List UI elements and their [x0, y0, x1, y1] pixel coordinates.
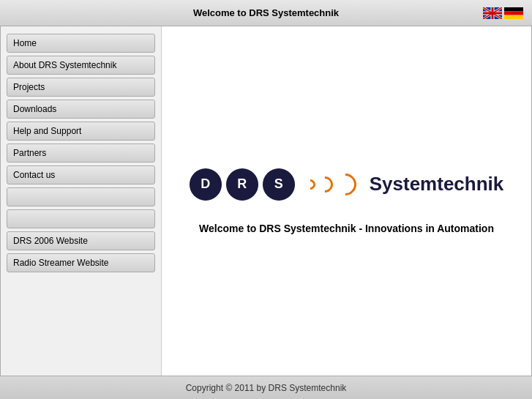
content-area: D R S Systemtechnik Welcome to DRS Syste… [162, 26, 531, 376]
main-content: Home About DRS Systemtechnik Projects Do… [0, 26, 532, 376]
flag-uk-icon[interactable] [483, 7, 502, 19]
letter-d: D [190, 168, 222, 201]
sidebar-item-home[interactable]: Home [7, 34, 155, 53]
sidebar-item-help[interactable]: Help and Support [7, 122, 155, 141]
svg-rect-9 [504, 7, 523, 11]
sidebar-item-drs2006[interactable]: DRS 2006 Website [7, 231, 155, 250]
footer-bar: Copyright © 2011 by DRS Systemtechnik [0, 376, 532, 399]
sidebar: Home About DRS Systemtechnik Projects Do… [1, 26, 162, 376]
sidebar-item-about[interactable]: About DRS Systemtechnik [7, 56, 155, 75]
header-title: Welcome to DRS Systemtechnik [193, 7, 339, 18]
logo-container: D R S Systemtechnik [190, 168, 504, 201]
letter-s: S [263, 168, 295, 201]
flag-de-icon[interactable] [504, 7, 523, 19]
sidebar-item-radiostreamer[interactable]: Radio Streamer Website [7, 253, 155, 272]
sidebar-item-partners[interactable]: Partners [7, 143, 155, 163]
drs-circles: D R S [190, 168, 295, 201]
letter-r: R [226, 168, 258, 201]
sidebar-item-downloads[interactable]: Downloads [7, 100, 155, 119]
wave-arc-2 [313, 173, 336, 195]
wave-arc-3 [330, 168, 361, 199]
app-wrapper: Welcome to DRS Systemtechnik [0, 0, 532, 399]
welcome-text: Welcome to DRS Systemtechnik - Innovatio… [199, 223, 494, 234]
header-bar: Welcome to DRS Systemtechnik [0, 0, 532, 26]
svg-rect-11 [504, 15, 523, 18]
sidebar-item-contact[interactable]: Contact us [7, 165, 155, 184]
wave-arc-1 [303, 177, 318, 192]
language-flags [483, 7, 523, 19]
sidebar-empty-2 [7, 209, 155, 228]
svg-rect-10 [504, 11, 523, 15]
sound-waves [305, 174, 356, 195]
footer-copyright: Copyright © 2011 by DRS Systemtechnik [186, 383, 347, 393]
sidebar-empty-1 [7, 187, 155, 206]
sidebar-item-projects[interactable]: Projects [7, 78, 155, 97]
brand-name: Systemtechnik [370, 173, 504, 195]
